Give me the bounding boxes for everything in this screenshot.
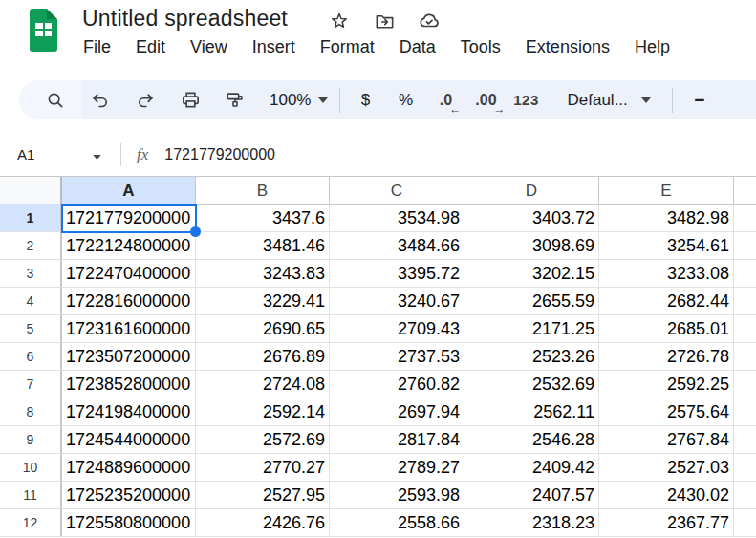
zoom-control[interactable]: 100% — [270, 87, 328, 114]
row-header-11[interactable]: 11 — [0, 482, 62, 509]
cell-E4[interactable]: 2682.44 — [599, 288, 734, 315]
cell-C4[interactable]: 3240.67 — [330, 288, 464, 315]
cell-E2[interactable]: 3254.61 — [599, 232, 734, 260]
column-header-A[interactable]: A — [62, 177, 196, 205]
cell-partial-9[interactable] — [734, 426, 756, 454]
cell-C3[interactable]: 3395.72 — [330, 260, 464, 288]
cell-B2[interactable]: 3481.46 — [196, 232, 330, 260]
cell-B1[interactable]: 3437.6 — [196, 204, 330, 232]
cell-E1[interactable]: 3482.98 — [599, 204, 734, 232]
font-selector[interactable]: Defaul... — [563, 87, 654, 114]
cell-B11[interactable]: 2527.95 — [196, 482, 330, 509]
cell-D6[interactable]: 2523.26 — [464, 343, 599, 371]
cell-E6[interactable]: 2726.78 — [599, 343, 734, 371]
cell-A6[interactable]: 1723507200000 — [62, 343, 196, 371]
cell-partial-5[interactable] — [734, 315, 756, 343]
menu-data[interactable]: Data — [387, 33, 448, 60]
menu-format[interactable]: Format — [308, 33, 387, 60]
cell-C11[interactable]: 2593.98 — [330, 482, 464, 509]
cell-C12[interactable]: 2558.66 — [330, 509, 464, 537]
menu-extensions[interactable]: Extensions — [513, 33, 622, 60]
cell-D2[interactable]: 3098.69 — [464, 232, 599, 260]
cell-B3[interactable]: 3243.83 — [196, 260, 330, 288]
decrease-font-size-button[interactable]: − — [686, 87, 713, 114]
cell-B5[interactable]: 2690.65 — [196, 315, 330, 343]
cell-partial-4[interactable] — [734, 288, 756, 315]
cell-A8[interactable]: 1724198400000 — [62, 398, 196, 426]
cell-A1[interactable]: 1721779200000 — [62, 204, 196, 232]
cell-partial-1[interactable] — [734, 204, 756, 232]
row-header-5[interactable]: 5 — [0, 315, 62, 343]
undo-icon[interactable] — [87, 87, 114, 114]
row-header-12[interactable]: 12 — [0, 509, 62, 537]
cell-partial-3[interactable] — [734, 260, 756, 288]
cell-B10[interactable]: 2770.27 — [196, 454, 330, 482]
cell-E3[interactable]: 3233.08 — [599, 260, 734, 288]
cell-B6[interactable]: 2676.89 — [196, 343, 330, 371]
cell-B12[interactable]: 2426.76 — [196, 509, 330, 537]
menu-view[interactable]: View — [178, 33, 240, 60]
menu-file[interactable]: File — [71, 33, 123, 60]
cell-E7[interactable]: 2592.25 — [599, 371, 734, 398]
cell-C10[interactable]: 2789.27 — [330, 454, 464, 482]
cell-C1[interactable]: 3534.98 — [330, 204, 464, 232]
decrease-decimal-button[interactable]: .0← — [432, 87, 459, 114]
column-header-B[interactable]: B — [196, 177, 330, 205]
cell-C5[interactable]: 2709.43 — [330, 315, 464, 343]
cell-E12[interactable]: 2367.77 — [599, 509, 734, 537]
cell-D9[interactable]: 2546.28 — [464, 426, 599, 454]
move-folder-icon[interactable] — [372, 9, 397, 33]
select-all-corner[interactable] — [0, 177, 62, 205]
paint-format-icon[interactable] — [222, 87, 248, 114]
more-formats-button[interactable]: 123 — [512, 87, 539, 114]
cloud-saved-icon[interactable] — [417, 9, 442, 33]
cell-partial-8[interactable] — [734, 398, 756, 426]
name-box[interactable]: A1 — [0, 146, 107, 162]
formula-input[interactable]: 1721779200000 — [164, 146, 275, 163]
cell-C6[interactable]: 2737.53 — [330, 343, 464, 371]
sheets-logo-icon[interactable] — [30, 9, 57, 52]
cell-A9[interactable]: 1724544000000 — [62, 426, 196, 454]
cell-A4[interactable]: 1722816000000 — [62, 288, 196, 315]
menu-help[interactable]: Help — [622, 33, 682, 60]
cell-B8[interactable]: 2592.14 — [196, 398, 330, 426]
cell-E8[interactable]: 2575.64 — [599, 398, 734, 426]
cell-D4[interactable]: 2655.59 — [464, 288, 599, 315]
column-header-C[interactable]: C — [330, 177, 464, 205]
format-percent-button[interactable]: % — [392, 87, 419, 114]
cell-A7[interactable]: 1723852800000 — [62, 371, 196, 398]
cell-D11[interactable]: 2407.57 — [464, 482, 599, 509]
cell-C7[interactable]: 2760.82 — [330, 371, 464, 398]
format-currency-button[interactable]: $ — [352, 87, 378, 114]
cell-E9[interactable]: 2767.84 — [599, 426, 734, 454]
cell-A2[interactable]: 1722124800000 — [62, 232, 196, 260]
cell-B7[interactable]: 2724.08 — [196, 371, 330, 398]
search-icon[interactable] — [42, 87, 69, 114]
cell-C9[interactable]: 2817.84 — [330, 426, 464, 454]
cell-A11[interactable]: 1725235200000 — [62, 482, 196, 509]
menu-tools[interactable]: Tools — [448, 33, 513, 60]
cell-partial-10[interactable] — [734, 454, 756, 482]
row-header-9[interactable]: 9 — [0, 426, 62, 454]
cell-E10[interactable]: 2527.03 — [599, 454, 734, 482]
column-header-E[interactable]: E — [599, 177, 734, 205]
cell-D3[interactable]: 3202.15 — [464, 260, 599, 288]
row-header-6[interactable]: 6 — [0, 343, 62, 371]
cell-D1[interactable]: 3403.72 — [464, 204, 599, 232]
cell-C8[interactable]: 2697.94 — [330, 398, 464, 426]
cell-partial-7[interactable] — [734, 371, 756, 398]
row-header-3[interactable]: 3 — [0, 260, 62, 288]
cell-D12[interactable]: 2318.23 — [464, 509, 599, 537]
row-header-10[interactable]: 10 — [0, 454, 62, 482]
column-header-D[interactable]: D — [464, 177, 599, 205]
cell-A5[interactable]: 1723161600000 — [62, 315, 196, 343]
cell-partial-11[interactable] — [734, 482, 756, 509]
row-header-7[interactable]: 7 — [0, 371, 62, 398]
row-header-4[interactable]: 4 — [0, 288, 62, 315]
cell-A10[interactable]: 1724889600000 — [62, 454, 196, 482]
cell-A3[interactable]: 1722470400000 — [62, 260, 196, 288]
print-icon[interactable] — [177, 87, 204, 114]
row-header-8[interactable]: 8 — [0, 398, 62, 426]
cell-A12[interactable]: 1725580800000 — [62, 509, 196, 537]
cell-D7[interactable]: 2532.69 — [464, 371, 599, 398]
